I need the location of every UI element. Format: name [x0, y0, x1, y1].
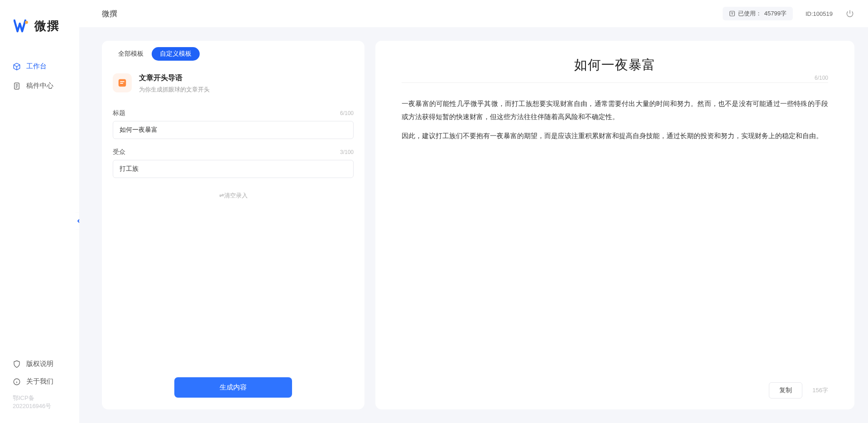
copy-button[interactable]: 复制 [769, 382, 802, 399]
info-icon [13, 378, 21, 386]
preview-paragraph: 因此，建议打工族们不要抱有一夜暴富的期望，而是应该注重积累财富和提高自身技能，通… [402, 130, 828, 143]
template-title: 文章开头导语 [139, 73, 210, 83]
template-tabs: 全部模板 自定义模板 [102, 41, 364, 65]
sidebar-item-label: 稿件中心 [26, 82, 53, 90]
sidebar-link-about[interactable]: 关于我们 [0, 373, 79, 390]
preview-panel: 如何一夜暴富 6/100 一夜暴富的可能性几乎微乎其微，而打工族想要实现财富自由… [375, 41, 854, 409]
doc-icon [13, 82, 21, 90]
logo-mark-icon [14, 19, 31, 33]
sidebar-link-label: 版权说明 [26, 360, 53, 368]
form-area: 标题 6/100 受众 3/100 ⇌清空录入 [102, 105, 364, 368]
tab-custom-template[interactable]: 自定义模板 [152, 47, 200, 61]
sidebar-nav: 工作台 稿件中心 [0, 57, 79, 96]
sidebar-item-label: 工作台 [26, 62, 47, 71]
icp-text: 鄂ICP备2022016946号 [0, 390, 79, 414]
text-icon [729, 10, 735, 17]
char-count-title: 6/100 [340, 110, 354, 116]
sidebar-item-drafts[interactable]: 稿件中心 [0, 76, 79, 96]
usage-value: 45799字 [764, 10, 786, 18]
preview-title: 如何一夜暴富 [402, 56, 828, 83]
logo-text: 微撰 [34, 18, 60, 34]
audience-input[interactable] [113, 160, 354, 178]
topbar-right: 已使用： 45799字 ID:100519 [723, 7, 854, 20]
template-card: 文章开头导语 为你生成抓眼球的文章开头 [102, 65, 364, 105]
template-subtitle: 为你生成抓眼球的文章开头 [139, 86, 210, 94]
logout-button[interactable] [845, 9, 854, 18]
main: 全部模板 自定义模板 文章开头导语 为你生成抓眼球的文章开头 标题 6/100 [79, 27, 868, 423]
preview-paragraph: 一夜暴富的可能性几乎微乎其微，而打工族想要实现财富自由，通常需要付出大量的时间和… [402, 97, 828, 123]
usage-prefix: 已使用： [738, 10, 762, 18]
field-label-title: 标题 [113, 109, 125, 117]
app-logo: 微撰 [0, 18, 79, 34]
char-count-audience: 3/100 [340, 149, 354, 155]
clear-inputs-button[interactable]: ⇌清空录入 [113, 187, 354, 200]
title-input[interactable] [113, 121, 354, 139]
svg-rect-6 [120, 83, 123, 84]
sidebar: 微撰 工作台 稿件中心 [0, 0, 79, 423]
shield-icon [13, 360, 21, 368]
preview-footer: 复制 156字 [375, 375, 854, 409]
preview-body: 一夜暴富的可能性几乎微乎其微，而打工族想要实现财富自由，通常需要付出大量的时间和… [375, 88, 854, 375]
cube-icon [13, 62, 21, 71]
tab-all-templates[interactable]: 全部模板 [110, 47, 152, 61]
preview-title-count: 6/100 [815, 75, 828, 81]
template-icon [113, 73, 132, 92]
sidebar-link-copyright[interactable]: 版权说明 [0, 355, 79, 373]
page-title: 微撰 [102, 9, 117, 19]
svg-rect-5 [120, 81, 124, 82]
user-id: ID:100519 [806, 10, 833, 17]
sidebar-link-label: 关于我们 [26, 377, 53, 386]
word-count: 156字 [812, 386, 828, 394]
field-label-audience: 受众 [113, 148, 125, 156]
preview-header: 如何一夜暴富 6/100 [375, 41, 854, 88]
svg-point-0 [25, 20, 28, 24]
form-group-title: 标题 6/100 [113, 109, 354, 139]
topbar: 微撰 已使用： 45799字 ID:100519 [79, 0, 868, 27]
sidebar-item-workspace[interactable]: 工作台 [0, 57, 79, 76]
generate-button[interactable]: 生成内容 [174, 377, 292, 398]
input-panel: 全部模板 自定义模板 文章开头导语 为你生成抓眼球的文章开头 标题 6/100 [102, 41, 364, 409]
form-group-audience: 受众 3/100 [113, 148, 354, 178]
sidebar-bottom: 版权说明 关于我们 鄂ICP备2022016946号 [0, 355, 79, 423]
usage-chip[interactable]: 已使用： 45799字 [723, 7, 793, 20]
